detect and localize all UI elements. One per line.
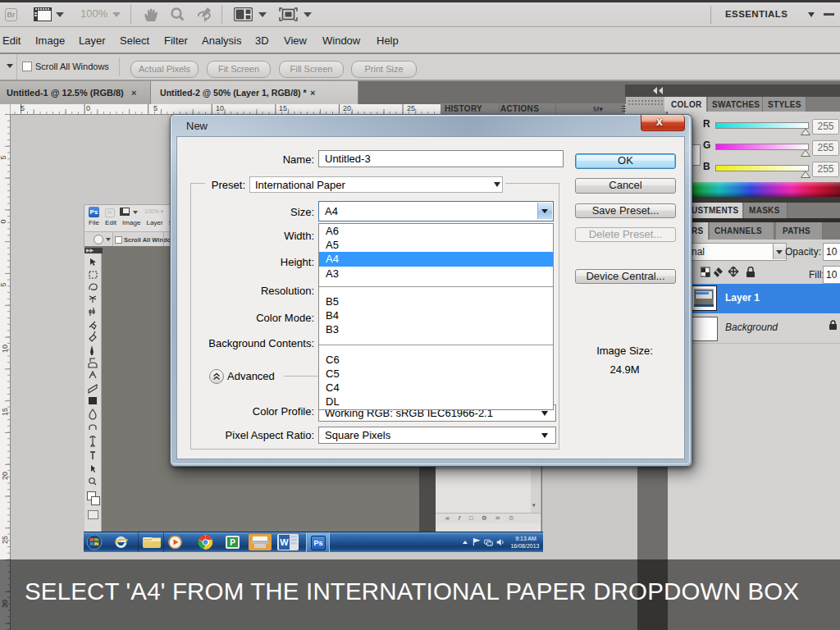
svg-text:W: W [280,537,289,547]
svg-text:P: P [230,538,235,547]
